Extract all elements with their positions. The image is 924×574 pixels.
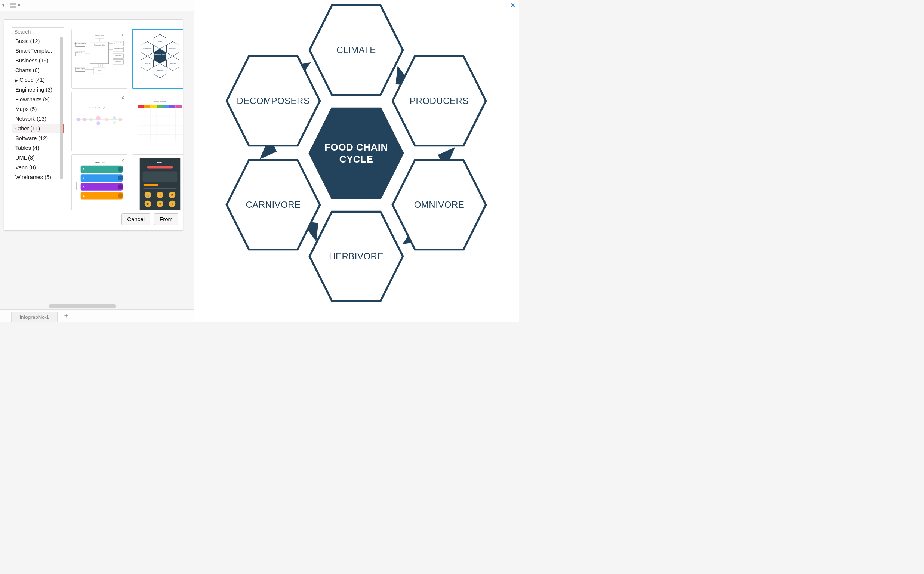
svg-text:TITLE: TITLE [157, 161, 163, 164]
svg-text:switches, couplers, mixer, amp: switches, couplers, mixer, amps, attens,… [90, 52, 109, 54]
template-process-flow[interactable]: ⌕ Executive Benefit Delivery Processes [71, 91, 128, 151]
svg-text:CLIMATE: CLIMATE [158, 41, 162, 42]
from-button[interactable]: From [154, 213, 178, 225]
hex-carnivore: CARNIVORE [225, 156, 322, 253]
hex-climate: CLIMATE [307, 2, 405, 99]
cat-uml[interactable]: UML (8) [12, 153, 63, 162]
toolbar-dropdown-1[interactable]: ▼ [2, 3, 5, 8]
cat-smart-templates[interactable]: Smart Templa… [12, 46, 63, 56]
svg-text:♠: ♠ [171, 202, 173, 205]
template-hexagon-cycle[interactable]: ⌕ FOOD CHAIN CYCLE [132, 29, 183, 88]
cat-engineering[interactable]: Engineering (3) [12, 85, 63, 95]
svg-point-55 [113, 116, 116, 119]
svg-marker-39 [154, 49, 166, 63]
svg-point-56 [113, 121, 116, 124]
svg-text:⦿: ⦿ [146, 202, 149, 205]
svg-text:CARNIVORE: CARNIVORE [144, 63, 150, 64]
template-list-infographic[interactable]: ⌕ MAIN TITLE Additional text 1 2 3 4 [71, 155, 128, 210]
svg-text:1: 1 [83, 167, 85, 171]
cat-network[interactable]: Network (13) [12, 114, 63, 124]
search-input[interactable] [14, 29, 64, 35]
svg-rect-61 [144, 105, 151, 108]
svg-text:Custom switch Matrix: Custom switch Matrix [94, 44, 105, 46]
cat-maps[interactable]: Maps (5) [12, 104, 63, 114]
template-preview-pane: × CLIMATE DECOMPOSERS PRODUCERS FOOD CHA… [194, 0, 519, 322]
expand-icon: ▶ [15, 79, 18, 83]
hex-omnivore: OMNIVORE [391, 156, 488, 253]
hex-center: FOOD CHAINCYCLE [307, 105, 405, 202]
svg-rect-99 [143, 188, 177, 189]
svg-text:DUT: DUT [98, 70, 101, 71]
svg-text:ARB / Mod Source: ARB / Mod Source [76, 52, 85, 54]
template-weekly-timetable[interactable]: ⌕ Weekly Timetable [132, 91, 183, 151]
svg-rect-91 [81, 192, 123, 200]
page-tab-infographic-1[interactable]: infographic-1 [11, 312, 58, 322]
svg-text:★: ★ [159, 202, 161, 205]
cat-venn[interactable]: Venn (8) [12, 162, 63, 172]
category-list: Basic (12) Smart Templa… Business (15) C… [12, 36, 63, 210]
template-block-diagram[interactable]: ⌕ Software Control Vector Signal Generat… [71, 29, 128, 88]
svg-text:Software Control: Software Control [95, 35, 104, 36]
svg-point-57 [119, 118, 122, 121]
cat-software[interactable]: Software (12) [12, 133, 63, 143]
svg-text:Vector Signal Generator: Vector Signal Generator [74, 43, 86, 44]
svg-text:Weekly Timetable: Weekly Timetable [154, 101, 166, 102]
svg-point-50 [84, 118, 86, 121]
svg-text:MAIN TITLE: MAIN TITLE [95, 162, 106, 164]
svg-text:OMNIVORE: OMNIVORE [170, 63, 176, 64]
grid-icon [11, 3, 16, 8]
svg-text:FOOD CHAIN CYCLE: FOOD CHAIN CYCLE [155, 54, 165, 56]
svg-text:⚓: ⚓ [146, 193, 150, 197]
cancel-button[interactable]: Cancel [121, 213, 150, 225]
svg-point-53 [96, 121, 100, 125]
svg-rect-64 [163, 105, 169, 108]
svg-text:2: 2 [83, 176, 85, 180]
svg-text:Executive Benefit Delivery Pro: Executive Benefit Delivery Processes [89, 107, 110, 109]
svg-point-49 [77, 118, 80, 121]
svg-rect-96 [147, 166, 173, 169]
list-scrollbar[interactable] [60, 37, 63, 179]
svg-text:Power Meter: Power Meter [115, 55, 121, 56]
hexagon-diagram: CLIMATE DECOMPOSERS PRODUCERS FOOD CHAIN… [203, 5, 509, 311]
svg-text:Spectrum Analyzer: Spectrum Analyzer [114, 42, 123, 44]
cat-flowcharts[interactable]: Flowcharts (9) [12, 95, 63, 104]
svg-rect-97 [143, 171, 178, 181]
close-icon[interactable]: × [511, 1, 515, 10]
svg-text:3: 3 [83, 185, 85, 189]
cat-basic[interactable]: Basic (12) [12, 36, 63, 46]
svg-text:4: 4 [83, 194, 85, 198]
svg-rect-82 [81, 166, 123, 173]
template-picker-dialog: ⌕ Basic (12) Smart Templa… Business (15)… [4, 19, 183, 230]
hex-decomposers: DECOMPOSERS [225, 52, 322, 150]
chevron-down-icon: ▼ [17, 3, 21, 8]
svg-text:DC Power Supplies: DC Power Supplies [76, 68, 85, 69]
svg-rect-66 [175, 105, 182, 108]
svg-text:Additional text: Additional text [76, 181, 77, 190]
cat-wireframes[interactable]: Wireframes (5) [12, 172, 63, 182]
cat-other[interactable]: Other (11) [12, 124, 63, 133]
svg-rect-62 [150, 105, 157, 108]
svg-point-92 [118, 193, 123, 199]
svg-rect-88 [81, 183, 123, 191]
dialog-footer: Cancel From [4, 210, 183, 230]
hex-producers: PRODUCERS [391, 52, 488, 150]
category-search[interactable]: ⌕ [12, 28, 63, 36]
cat-charts[interactable]: Charts (6) [12, 65, 63, 75]
horizontal-scrollbar[interactable] [49, 304, 116, 308]
svg-point-54 [105, 118, 109, 121]
template-dark-infographic[interactable]: ⌕ TITLE ⚓✈⚑ ⦿★♠ [132, 155, 183, 210]
svg-rect-98 [143, 184, 158, 186]
svg-point-83 [118, 167, 123, 172]
category-sidebar: ⌕ Basic (12) Smart Templa… Business (15)… [12, 27, 64, 210]
svg-text:⚑: ⚑ [171, 194, 173, 197]
svg-point-86 [118, 175, 123, 180]
add-page-button[interactable]: ＋ [58, 309, 74, 322]
svg-point-51 [89, 118, 92, 121]
svg-rect-85 [81, 174, 123, 181]
svg-rect-63 [157, 105, 163, 108]
cat-tables[interactable]: Tables (4) [12, 143, 63, 153]
toolbar-grid-button[interactable]: ▼ [11, 3, 21, 8]
cat-business[interactable]: Business (15) [12, 56, 63, 65]
cat-cloud[interactable]: ▶Cloud (41) [12, 75, 63, 85]
hex-herbivore: HERBIVORE [307, 208, 405, 305]
